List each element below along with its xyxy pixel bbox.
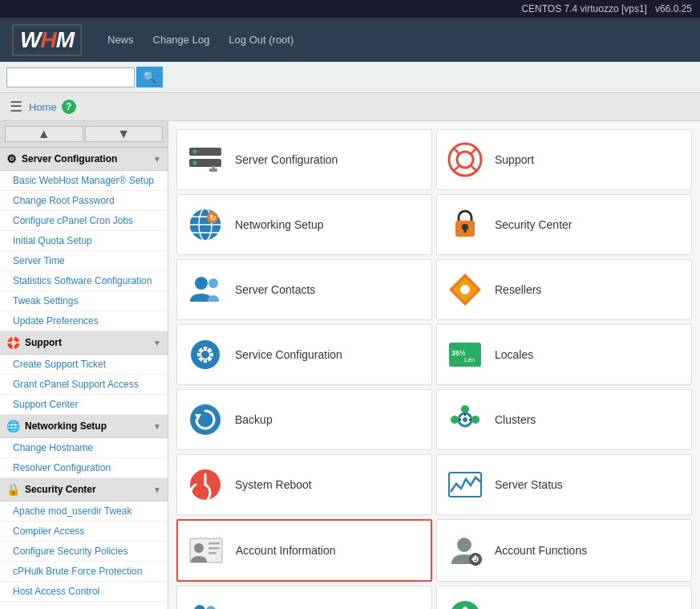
grid-item-system-reboot[interactable]: System Reboot	[176, 454, 432, 515]
nav-changelog[interactable]: Change Log	[153, 34, 210, 46]
sidebar-section-security[interactable]: 🔒 Security Center ▼	[0, 478, 168, 501]
search-input[interactable]	[6, 67, 135, 87]
multi-account-grid-icon	[185, 596, 225, 609]
grid-item-label: Clusters	[495, 413, 536, 426]
grid-item-service-configuration[interactable]: Service Configuration	[176, 324, 432, 385]
chevron-down-icon: ▼	[153, 339, 161, 347]
grid-item-clusters[interactable]: Clusters	[436, 389, 692, 450]
svg-point-40	[461, 405, 469, 413]
sidebar-section-label: Server Configuration	[22, 153, 117, 164]
security-icon: 🔒	[6, 483, 20, 496]
server-status-grid-icon	[445, 465, 485, 505]
support-grid-icon	[445, 140, 485, 180]
scroll-down-button[interactable]: ▼	[85, 126, 164, 142]
nav-news[interactable]: News	[107, 34, 134, 46]
grid-item-label: Server Contacts	[235, 283, 315, 296]
search-button[interactable]: 🔍	[136, 67, 163, 87]
server-config-grid-icon	[185, 140, 225, 180]
sidebar-section-support[interactable]: 🛟 Support ▼	[0, 331, 168, 355]
grid-item-account-functions[interactable]: Account Functions	[436, 519, 692, 582]
svg-point-37	[463, 417, 467, 422]
nav-logout[interactable]: Log Out (root)	[229, 34, 293, 46]
grid-item-label: Resellers	[495, 283, 541, 296]
grid-item-security-center[interactable]: Security Center	[436, 194, 692, 255]
sidebar-item[interactable]: Server Time	[0, 251, 168, 271]
grid-item-backup[interactable]: Backup	[176, 389, 432, 450]
svg-rect-22	[464, 229, 467, 233]
menu-icon[interactable]: ☰	[10, 98, 22, 116]
svg-rect-5	[212, 165, 215, 170]
breadcrumb-home[interactable]: Home	[29, 101, 57, 113]
sidebar-item[interactable]: Configure Security Policies	[0, 542, 168, 562]
sidebar-item-create-support-ticket[interactable]: Create Support Ticket	[0, 355, 168, 375]
grid-item-multi-account-functions[interactable]: Multi Account Functions	[176, 586, 432, 609]
svg-point-55	[206, 606, 216, 609]
svg-rect-49	[208, 547, 220, 550]
main-grid: Server Configuration Support	[176, 129, 692, 609]
sidebar-item[interactable]: Apache mod_userdir Tweak	[0, 501, 168, 522]
svg-point-39	[471, 416, 479, 424]
scroll-buttons: ▲ ▼	[0, 121, 168, 148]
grid-item-label: Account Functions	[495, 544, 587, 557]
sidebar-item[interactable]: Configure cPanel Cron Jobs	[0, 211, 168, 231]
security-grid-icon	[445, 205, 485, 245]
breadcrumb-bar: ☰ Home ?	[0, 93, 700, 121]
header: WHM News Change Log Log Out (root)	[0, 18, 700, 62]
account-info-grid-icon	[186, 530, 226, 570]
grid-item-label: Server Status	[495, 478, 563, 491]
grid-item-support[interactable]: Support	[436, 129, 692, 190]
transfers-grid-icon	[445, 596, 485, 609]
help-icon[interactable]: ?	[62, 99, 76, 114]
sidebar-item[interactable]: Change Root Password	[0, 191, 168, 211]
version: v66.0.25	[655, 3, 692, 14]
svg-line-8	[454, 148, 460, 155]
search-bar: 🔍	[0, 62, 700, 93]
chevron-down-icon: ▼	[153, 422, 161, 431]
grid-item-networking-setup[interactable]: ↻ Networking Setup	[176, 194, 432, 255]
sidebar-item[interactable]: Host Access Control	[0, 582, 168, 602]
scroll-up-button[interactable]: ▲	[5, 126, 83, 142]
top-bar: CENTOS 7.4 virtuozzo [vps1] v66.0.25	[0, 0, 700, 18]
sidebar-item-update-preferences[interactable]: Update Preferences	[0, 311, 168, 331]
sidebar-item-compiler-access[interactable]: Compiler Access	[0, 522, 168, 542]
grid-item-transfers[interactable]: Transfers	[436, 586, 692, 609]
networking-icon: 🌐	[6, 420, 20, 432]
svg-text:↻: ↻	[209, 213, 216, 222]
grid-item-label: Support	[495, 153, 534, 166]
grid-item-label: Security Center	[495, 218, 572, 231]
sidebar-item[interactable]: Basic WebHost Manager® Setup	[0, 171, 168, 191]
networking-grid-icon: ↻	[185, 205, 225, 245]
grid-item-locales[interactable]: 35½ Lén Locales	[436, 324, 692, 385]
svg-point-51	[457, 538, 471, 552]
logo: WHM	[12, 24, 82, 56]
locales-grid-icon: 35½ Lén	[445, 335, 485, 375]
sidebar-item[interactable]: Resolver Configuration	[0, 458, 168, 478]
sidebar-section-networking[interactable]: 🌐 Networking Setup ▼	[0, 415, 168, 438]
svg-rect-48	[208, 542, 220, 545]
grid-item-account-information[interactable]: Account Information	[176, 519, 432, 582]
sidebar-item[interactable]: Support Center	[0, 395, 168, 415]
grid-item-server-configuration[interactable]: Server Configuration	[176, 129, 432, 190]
grid-item-label: Account Information	[236, 544, 336, 557]
clusters-grid-icon	[445, 400, 485, 440]
svg-point-34	[190, 404, 221, 435]
reboot-grid-icon	[185, 465, 225, 505]
backup-grid-icon	[185, 400, 225, 440]
chevron-down-icon: ▼	[153, 485, 161, 494]
sidebar: ▲ ▼ ⚙ Server Configuration ▼ Basic WebHo…	[0, 121, 168, 609]
sidebar-item[interactable]: Grant cPanel Support Access	[0, 375, 168, 395]
grid-item-server-contacts[interactable]: Server Contacts	[176, 259, 432, 320]
grid-item-server-status[interactable]: Server Status	[436, 454, 692, 515]
sidebar-section-label: Support	[25, 337, 62, 348]
sidebar-item[interactable]: Tweak Settings	[0, 291, 168, 311]
sidebar-item[interactable]: Change Hostname	[0, 438, 168, 458]
grid-item-label: Server Configuration	[235, 153, 338, 166]
svg-point-23	[195, 277, 208, 290]
svg-point-54	[194, 605, 205, 609]
sidebar-item-statistics[interactable]: Statistics Software Configuration	[0, 271, 168, 291]
sidebar-item[interactable]: Initial Quota Setup	[0, 231, 168, 251]
grid-item-resellers[interactable]: Resellers	[436, 259, 692, 320]
chevron-down-icon: ▼	[153, 155, 161, 164]
sidebar-item[interactable]: cPHulk Brute Force Protection	[0, 562, 168, 582]
sidebar-section-server-configuration[interactable]: ⚙ Server Configuration ▼	[0, 148, 168, 171]
